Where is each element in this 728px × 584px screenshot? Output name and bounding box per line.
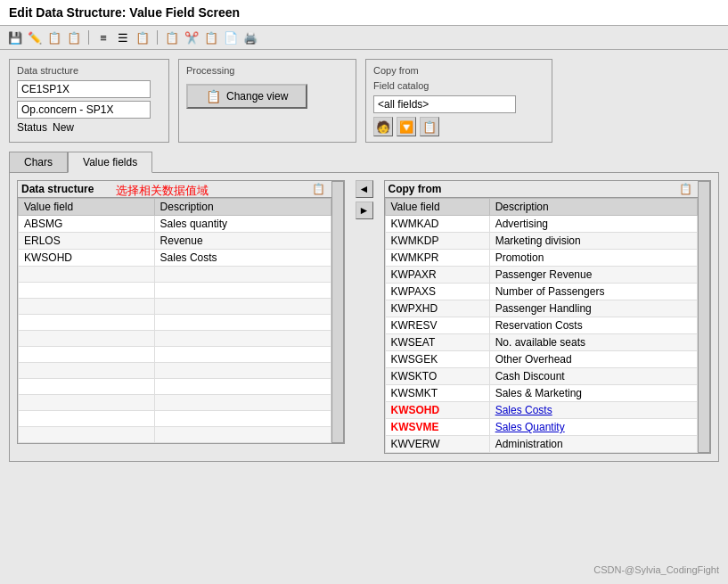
right-table-row[interactable]: KWMKPRPromotion xyxy=(385,250,698,267)
left-cell-desc xyxy=(154,331,331,347)
right-table-container: Copy from 📋 Value field Description KWMK… xyxy=(384,180,712,454)
right-cell-desc: Administration xyxy=(489,436,697,453)
left-table-row[interactable] xyxy=(19,331,331,347)
title-bar: Edit Data Structure: Value Field Screen xyxy=(0,0,728,26)
copy-from-person-icon[interactable]: 🧑 xyxy=(373,117,393,136)
chinese-label: 选择相关数据值域 xyxy=(116,183,209,199)
right-table-row[interactable]: KWSMKTSales & Marketing xyxy=(385,385,698,402)
save-icon[interactable]: 💾 xyxy=(7,29,23,45)
cut-icon[interactable]: ✂️ xyxy=(184,29,200,45)
left-table-row[interactable] xyxy=(19,427,331,443)
tab-chars[interactable]: Chars xyxy=(9,152,68,172)
separator-2 xyxy=(157,30,158,45)
copy-from-filter-icon[interactable]: 🔽 xyxy=(397,117,416,136)
copy-from-top-panel: Copy from Field catalog <all fields> 🧑 🔽… xyxy=(365,59,552,143)
left-cell-desc xyxy=(154,363,331,379)
left-cell-field: KWSOHD xyxy=(19,250,155,267)
copy-icon-3[interactable]: 📋 xyxy=(135,29,151,45)
left-table-row[interactable] xyxy=(19,315,331,331)
data-structure-panel: Data structure CE1SP1X Op.concern - SP1X… xyxy=(9,59,169,143)
left-cell-field xyxy=(19,363,155,379)
left-cell-desc xyxy=(154,347,331,363)
left-table-row[interactable] xyxy=(19,283,331,299)
right-cell-desc: Sales Costs xyxy=(489,402,697,419)
paste-icon[interactable]: 📋 xyxy=(203,29,219,45)
field-catalog-input[interactable]: <all fields> xyxy=(373,95,516,113)
print-icon[interactable]: 🖨️ xyxy=(242,29,258,45)
top-panels: Data structure CE1SP1X Op.concern - SP1X… xyxy=(9,59,719,143)
right-table-row[interactable]: KWSVMESales Quantity xyxy=(385,419,698,436)
right-table-row[interactable]: KWSEATNo. available seats xyxy=(385,334,698,351)
right-table-title: Copy from xyxy=(389,183,442,195)
left-table-row[interactable]: ERLOSRevenue xyxy=(19,233,331,250)
left-table-header: Data structure 选择相关数据值域 📋 xyxy=(18,181,331,198)
arrow-left-button[interactable]: ◄ xyxy=(356,180,373,198)
tabs-header: Chars Value fields xyxy=(9,152,719,172)
left-table-row[interactable] xyxy=(19,299,331,315)
list-icon[interactable]: ≡ xyxy=(95,29,111,45)
tab-chars-label: Chars xyxy=(24,156,53,169)
right-table-col-icon[interactable]: 📋 xyxy=(676,183,694,195)
arrow-right-button[interactable]: ► xyxy=(356,202,373,219)
right-cell-desc: Sales Quantity xyxy=(489,419,697,436)
left-table-row[interactable] xyxy=(19,267,331,283)
left-cell-field xyxy=(19,283,155,299)
left-cell-desc: Sales quantity xyxy=(154,216,331,233)
copy-icon-4[interactable]: 📋 xyxy=(164,29,180,45)
left-cell-desc: Revenue xyxy=(154,233,331,250)
right-data-table: Value field Description KWMKADAdvertisin… xyxy=(385,198,699,453)
tab-value-fields[interactable]: Value fields xyxy=(68,152,152,173)
change-view-label: Change view xyxy=(226,90,288,103)
right-cell-field: KWMKPR xyxy=(385,250,489,267)
document-icon[interactable]: 📄 xyxy=(223,29,239,45)
left-table-row[interactable]: KWSOHDSales Costs xyxy=(19,250,331,267)
right-cell-desc: Number of Passengers xyxy=(489,284,697,300)
left-table-row[interactable] xyxy=(19,363,331,379)
right-cell-desc: Promotion xyxy=(489,250,697,267)
copy-from-extra-icon[interactable]: 📋 xyxy=(420,117,439,136)
left-table-row[interactable] xyxy=(19,347,331,363)
left-cell-field xyxy=(19,395,155,411)
right-table-row[interactable]: KWVERWAdministration xyxy=(385,436,698,453)
right-cell-field: KWSGEK xyxy=(385,351,489,368)
right-table-row[interactable]: KWMKADAdvertising xyxy=(385,216,698,233)
right-table-row[interactable]: KWPAXSNumber of Passengers xyxy=(385,284,698,300)
left-cell-desc xyxy=(154,299,331,315)
right-table-row[interactable]: KWRESVReservation Costs xyxy=(385,317,698,334)
right-table-row[interactable]: KWSKTOCash Discount xyxy=(385,368,698,385)
right-cell-desc: Passenger Revenue xyxy=(489,267,697,284)
left-cell-field: ERLOS xyxy=(19,233,155,250)
right-table-row[interactable]: KWMKDPMarketing division xyxy=(385,233,698,250)
right-table-row[interactable]: KWSOHDSales Costs xyxy=(385,402,698,419)
right-table-row[interactable]: KWPAXRPassenger Revenue xyxy=(385,267,698,284)
right-table-row[interactable]: KWPXHDPassenger Handling xyxy=(385,300,698,317)
data-structure-input-1[interactable]: CE1SP1X xyxy=(17,80,151,98)
right-cell-field: KWPAXR xyxy=(385,267,489,284)
data-structure-panel-title: Data structure xyxy=(17,65,161,76)
left-table-row[interactable] xyxy=(19,411,331,427)
left-cell-desc xyxy=(154,315,331,331)
watermark: CSDN-@Sylvia_CodingFight xyxy=(593,564,719,575)
edit-icon[interactable]: ✏️ xyxy=(27,29,43,45)
copy-icon-2[interactable]: 📋 xyxy=(66,29,82,45)
copy-from-panel-title: Copy from xyxy=(373,65,544,76)
left-cell-field xyxy=(19,315,155,331)
left-table-row[interactable] xyxy=(19,379,331,395)
left-scrollbar[interactable] xyxy=(331,181,344,443)
copy-icon-1[interactable]: 📋 xyxy=(46,29,62,45)
tab-value-fields-label: Value fields xyxy=(83,156,137,169)
right-table-row[interactable]: KWSGEKOther Overhead xyxy=(385,351,698,368)
left-table-col-icon[interactable]: 📋 xyxy=(310,183,328,195)
left-table-row[interactable]: ABSMGSales quantity xyxy=(19,216,331,233)
data-structure-input-2[interactable]: Op.concern - SP1X xyxy=(17,101,151,119)
status-label: Status xyxy=(17,121,47,134)
main-content: Data structure CE1SP1X Op.concern - SP1X… xyxy=(0,50,728,471)
left-col-value-field: Value field xyxy=(19,199,155,216)
right-scrollbar[interactable] xyxy=(698,181,710,453)
right-cell-field: KWRESV xyxy=(385,317,489,334)
separator-1 xyxy=(88,30,89,45)
menu-icon[interactable]: ☰ xyxy=(115,29,131,45)
left-table-row[interactable] xyxy=(19,395,331,411)
change-view-button[interactable]: 📋 Change view xyxy=(186,84,307,109)
change-view-icon: 📋 xyxy=(206,89,221,103)
